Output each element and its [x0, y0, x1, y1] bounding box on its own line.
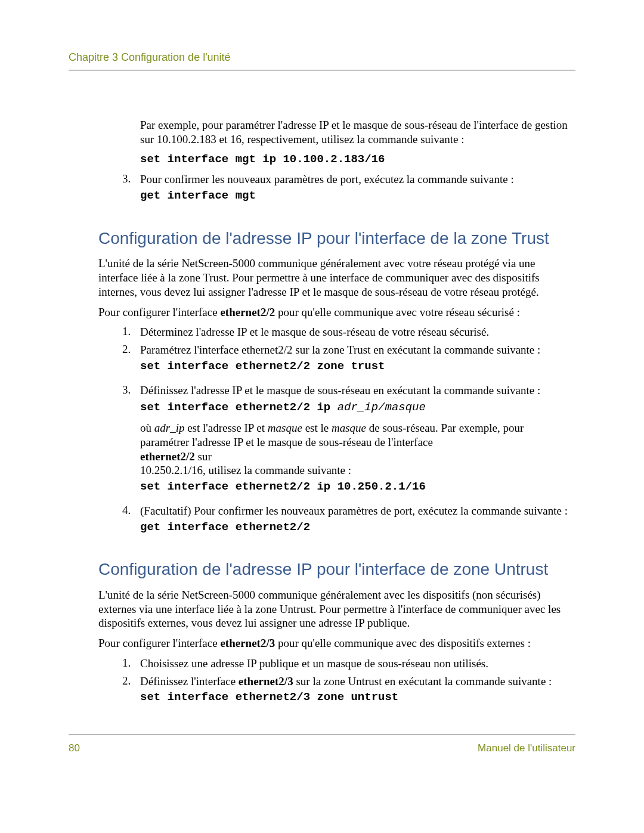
text-fragment: sur [195, 450, 212, 463]
heading-untrust: Configuration de l'adresse IP pour l'int… [98, 559, 575, 580]
interface-name: ethernet2/2 [140, 450, 195, 463]
page: Chapitre 3 Configuration de l'unité Par … [0, 0, 644, 790]
list-number: 1. [122, 325, 140, 339]
list-body: (Facultatif) Pour confirmer les nouveaux… [140, 504, 575, 541]
list-item: 2. Paramétrez l'interface ethernet2/2 su… [122, 343, 575, 380]
text-fragment: Pour configurer l'interface [98, 637, 220, 649]
cmd-placeholder: masque [385, 401, 425, 414]
text-fragment: Pour configurer l'interface [98, 306, 220, 318]
untrust-paragraph-2: Pour configurer l'interface ethernet2/3 … [98, 636, 575, 651]
list-body: Paramétrez l'interface ethernet2/2 sur l… [140, 343, 575, 380]
placeholder-ref: masque [268, 422, 302, 434]
list-item: 2. Définissez l'interface ethernet2/3 su… [122, 674, 575, 711]
page-number: 80 [69, 742, 80, 754]
command-set-mgt-ip: set interface mgt ip 10.100.2.183/16 [140, 153, 575, 167]
list-body: Déterminez l'adresse IP et le masque de … [140, 325, 575, 339]
manual-title: Manuel de l'utilisateur [478, 742, 575, 754]
list-text: Paramétrez l'interface ethernet2/2 sur l… [140, 343, 540, 356]
list-item: 4. (Facultatif) Pour confirmer les nouve… [122, 504, 575, 541]
interface-name: ethernet2/2 [220, 306, 275, 318]
list-body: Choisissez une adresse IP publique et un… [140, 657, 575, 671]
command-get-mgt: get interface mgt [140, 189, 575, 203]
top-example-block: Par exemple, pour paramétrer l'adresse I… [140, 118, 575, 166]
list-text: Pour confirmer les nouveaux paramètres d… [140, 173, 514, 185]
text-fragment: Définissez l'interface [140, 675, 239, 688]
text-fragment: sur la zone Untrust en exécutant la comm… [293, 675, 552, 688]
untrust-list: 1. Choisissez une adresse IP publique et… [122, 657, 575, 711]
list-body: Définissez l'interface ethernet2/3 sur l… [140, 674, 575, 711]
list-item: 1. Choisissez une adresse IP publique et… [122, 657, 575, 671]
placeholder-ref: masque [332, 422, 366, 434]
text-fragment: pour qu'elle communique avec des disposi… [275, 637, 531, 649]
list-item: 3. Définissez l'adresse IP et le masque … [122, 383, 575, 500]
cmd-placeholder: adr_ip [338, 401, 378, 414]
list-item: 1. Déterminez l'adresse IP et le masque … [122, 325, 575, 339]
text-fragment: où [140, 422, 154, 434]
list-number: 2. [122, 343, 140, 380]
page-footer: 80 Manuel de l'utilisateur [69, 735, 575, 754]
text-fragment: 10.250.2.1/16, utilisez la commande suiv… [140, 464, 351, 476]
command-set-zone-trust: set interface ethernet2/2 zone trust [140, 360, 575, 374]
list-item: 3. Pour confirmer les nouveaux paramètre… [122, 172, 575, 209]
cmd-fragment: set interface ethernet2/2 ip [140, 401, 338, 414]
list-number: 2. [122, 674, 140, 711]
list-number: 4. [122, 504, 140, 541]
main-content: Par exemple, pour paramétrer l'adresse I… [98, 118, 575, 711]
interface-name: ethernet2/3 [220, 637, 275, 649]
list-body: Définissez l'adresse IP et le masque de … [140, 383, 575, 500]
list-number: 3. [122, 383, 140, 500]
command-note: où adr_ip est l'adresse IP et masque est… [140, 421, 575, 478]
text-fragment: est l'adresse IP et [184, 422, 267, 434]
list-number: 3. [122, 172, 140, 209]
text-fragment: pour qu'elle communique avec votre résea… [275, 306, 520, 318]
command-set-ip-template: set interface ethernet2/2 ip adr_ip/masq… [140, 400, 575, 415]
list-body: Pour confirmer les nouveaux paramètres d… [140, 172, 575, 209]
heading-trust: Configuration de l'adresse IP pour l'int… [98, 228, 575, 249]
example-intro: Par exemple, pour paramétrer l'adresse I… [140, 118, 575, 147]
command-set-zone-untrust: set interface ethernet2/3 zone untrust [140, 690, 575, 705]
trust-list: 1. Déterminez l'adresse IP et le masque … [122, 325, 575, 540]
placeholder-ref: adr_ip [154, 422, 185, 434]
running-header: Chapitre 3 Configuration de l'unité [69, 51, 575, 70]
list-number: 1. [122, 657, 140, 671]
command-get-ethernet22: get interface ethernet2/2 [140, 521, 575, 535]
list-text: (Facultatif) Pour confirmer les nouveaux… [140, 504, 568, 517]
untrust-paragraph-1: L'unité de la série NetScreen-5000 commu… [98, 588, 575, 630]
trust-paragraph-2: Pour configurer l'interface ethernet2/2 … [98, 305, 575, 320]
list-text: Définissez l'adresse IP et le masque de … [140, 384, 540, 397]
top-list: 3. Pour confirmer les nouveaux paramètre… [122, 172, 575, 209]
command-set-ip-trust: set interface ethernet2/2 ip 10.250.2.1/… [140, 480, 575, 494]
trust-paragraph-1: L'unité de la série NetScreen-5000 commu… [98, 256, 575, 299]
text-fragment: est le [302, 422, 332, 434]
interface-name: ethernet2/3 [239, 675, 293, 688]
cmd-fragment: / [378, 401, 385, 414]
